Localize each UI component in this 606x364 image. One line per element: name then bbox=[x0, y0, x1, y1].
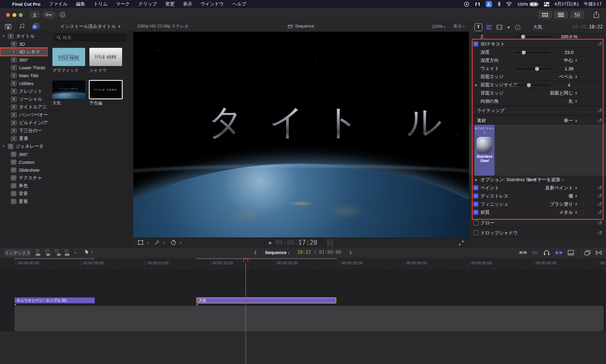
inner-corner-popup[interactable]: 丸▲▼ bbox=[568, 98, 577, 104]
sidebar-item[interactable]: クレジット bbox=[0, 87, 48, 95]
add-layer-popup[interactable]: レイヤーを追加▾ bbox=[528, 177, 564, 183]
sidebar-item[interactable]: 360° bbox=[0, 150, 48, 158]
menu-item[interactable]: ウインドウ bbox=[201, 1, 224, 7]
disclosure-triangle-icon[interactable]: ▶ bbox=[475, 178, 478, 181]
text3d-checkbox[interactable] bbox=[473, 41, 478, 46]
weight-value[interactable]: 1.39 bbox=[556, 66, 582, 71]
title-thumbnail[interactable]: SUBTITLE TITLE HERE グラフィック bbox=[52, 48, 85, 73]
trim-icon[interactable] bbox=[519, 250, 527, 255]
menu-item[interactable]: ファイル bbox=[49, 1, 67, 7]
z-value[interactable]: 100.0 % bbox=[556, 34, 582, 39]
sequence-popup[interactable]: Sequence ▾ bbox=[265, 250, 289, 255]
sidebar-item[interactable]: Custom bbox=[0, 158, 48, 166]
menu-item[interactable]: 変更 bbox=[165, 1, 175, 7]
keywords-button[interactable] bbox=[42, 11, 55, 18]
sidebar-item[interactable]: テクスチャ bbox=[0, 174, 48, 182]
sidebar-section-generators[interactable]: ▼ ジェネレータ bbox=[0, 142, 48, 150]
sidebar-item[interactable]: Utilities bbox=[0, 79, 48, 87]
sidebar-item[interactable]: 要素 bbox=[0, 134, 48, 142]
disclosure-triangle-icon[interactable]: ▼ bbox=[2, 35, 5, 38]
distress-popup[interactable]: 傷▲▼ bbox=[568, 193, 577, 199]
glow-checkbox[interactable] bbox=[473, 220, 478, 226]
timeline-clip-selected[interactable]: 大気 bbox=[196, 297, 336, 303]
z-slider[interactable] bbox=[514, 36, 550, 37]
sidebar-item[interactable]: ビルドイン/アウ bbox=[0, 119, 48, 127]
finish-checkbox[interactable] bbox=[473, 201, 478, 207]
menu-item[interactable]: トリム bbox=[94, 1, 108, 7]
disclosure-triangle-icon[interactable]: ▶ bbox=[475, 83, 478, 86]
sidebar-item[interactable]: Main Title bbox=[0, 71, 48, 79]
menu-time[interactable]: 午後3:17 bbox=[584, 1, 602, 7]
sidebar-item[interactable]: 360° bbox=[0, 56, 48, 64]
menu-item[interactable]: マーク bbox=[116, 1, 130, 7]
front-edge-popup[interactable]: ベベル▲▼ bbox=[559, 74, 577, 79]
zoom-window-button[interactable] bbox=[19, 13, 23, 17]
paint-popup[interactable]: 反射ペイント▲▼ bbox=[545, 185, 577, 190]
audio-meters[interactable] bbox=[327, 239, 333, 246]
timeline-layout-button[interactable] bbox=[554, 11, 568, 19]
bluetooth-icon[interactable] bbox=[497, 2, 501, 7]
depth-value[interactable]: 23.0 bbox=[556, 49, 582, 55]
distress-checkbox[interactable] bbox=[473, 193, 478, 198]
titles-generators-icon[interactable]: T bbox=[32, 23, 39, 29]
material-popup[interactable]: 単一▲▼ bbox=[564, 118, 577, 124]
timeline-tracks[interactable]: キュリオシーン - タンブル 3D 大気 bbox=[0, 270, 606, 364]
sidebar-section-titles[interactable]: ▼ タイトル bbox=[0, 32, 48, 40]
minimize-window-button[interactable] bbox=[12, 13, 16, 17]
sidebar-item[interactable]: 3D bbox=[0, 40, 48, 48]
close-window-button[interactable] bbox=[6, 13, 10, 17]
disclosure-triangle-icon[interactable]: ▼ bbox=[2, 145, 5, 148]
sidebar-item[interactable]: 単色 bbox=[0, 182, 48, 190]
title-thumbnail[interactable]: TITLE HERE 大気 bbox=[52, 81, 85, 106]
menu-item[interactable]: ヘルプ bbox=[232, 1, 246, 7]
sidebar-item[interactable]: ソーシャル bbox=[0, 95, 48, 103]
reset-icon[interactable]: ↺ bbox=[598, 184, 602, 191]
photos-audio-icon[interactable] bbox=[19, 23, 25, 29]
input-source-icon[interactable]: あ bbox=[486, 1, 492, 7]
menu-item[interactable]: 編集 bbox=[76, 1, 85, 7]
primary-storyline[interactable] bbox=[15, 306, 604, 331]
battery-status[interactable]: 100% bbox=[517, 2, 539, 7]
browser-layout-button[interactable] bbox=[538, 11, 552, 19]
depth-slider[interactable] bbox=[514, 52, 550, 53]
sidebar-item[interactable]: 要素 bbox=[0, 197, 48, 205]
sidebar-item[interactable]: 下三分の一 bbox=[0, 127, 48, 134]
bowtie-icon[interactable] bbox=[596, 250, 602, 255]
play-button[interactable]: ▶ bbox=[269, 240, 272, 245]
drop-shadow-checkbox[interactable] bbox=[473, 230, 478, 236]
sidebar-item[interactable]: 3D シネマ bbox=[0, 48, 48, 56]
reset-icon[interactable]: ↺ bbox=[598, 220, 602, 226]
snapping-icon[interactable] bbox=[555, 250, 563, 255]
sidebar-item[interactable]: Lower Thirds bbox=[0, 64, 48, 71]
sidebar-item[interactable]: 背景 bbox=[0, 190, 48, 197]
title-thumbnail[interactable]: TITLE HERE 予告編 bbox=[89, 81, 122, 106]
playhead-line[interactable] bbox=[245, 258, 246, 364]
timeline-ruler[interactable]: 00:00:00:0000:00:05:0000:00:10:0000:00:1… bbox=[0, 258, 606, 270]
browser-header[interactable]: インストール済みタイトル ▲▼ bbox=[48, 21, 133, 32]
inspector-toggle-button[interactable] bbox=[570, 11, 584, 19]
menu-item[interactable]: クリップ bbox=[138, 1, 157, 7]
reset-icon[interactable]: ↺ bbox=[598, 230, 602, 236]
paint-checkbox[interactable] bbox=[473, 185, 478, 190]
next-sequence-icon[interactable]: ❯ bbox=[349, 250, 352, 255]
fullscreen-icon[interactable] bbox=[459, 240, 464, 246]
control-center-icon[interactable] bbox=[544, 2, 549, 7]
app-menu[interactable]: Final Cut Pro bbox=[12, 2, 40, 7]
duplicate-window-icon[interactable] bbox=[584, 250, 591, 255]
search-input[interactable] bbox=[62, 35, 118, 40]
menu-date[interactable]: 4月27日(木) bbox=[554, 1, 579, 7]
sidebar-item[interactable]: タイトルアニメー bbox=[0, 103, 48, 111]
front-edge-size-slider[interactable] bbox=[514, 85, 550, 86]
reset-icon[interactable]: ↺ bbox=[598, 108, 602, 114]
menu-item[interactable]: 表示 bbox=[183, 1, 192, 7]
reset-icon[interactable]: ↺ bbox=[598, 193, 602, 199]
share-button[interactable] bbox=[593, 12, 599, 18]
back-edge-popup[interactable]: 前面と同じ▲▼ bbox=[550, 90, 577, 96]
play-circle-icon[interactable] bbox=[464, 2, 469, 7]
search-field[interactable] bbox=[54, 34, 127, 41]
previous-sequence-icon[interactable]: ❮ bbox=[254, 250, 257, 255]
libraries-icon[interactable] bbox=[5, 23, 12, 29]
background-tasks-button[interactable] bbox=[58, 11, 67, 18]
clip-appearance-icon[interactable] bbox=[568, 250, 574, 255]
timeline-clip[interactable]: キュリオシーン - タンブル 3D bbox=[15, 297, 95, 303]
